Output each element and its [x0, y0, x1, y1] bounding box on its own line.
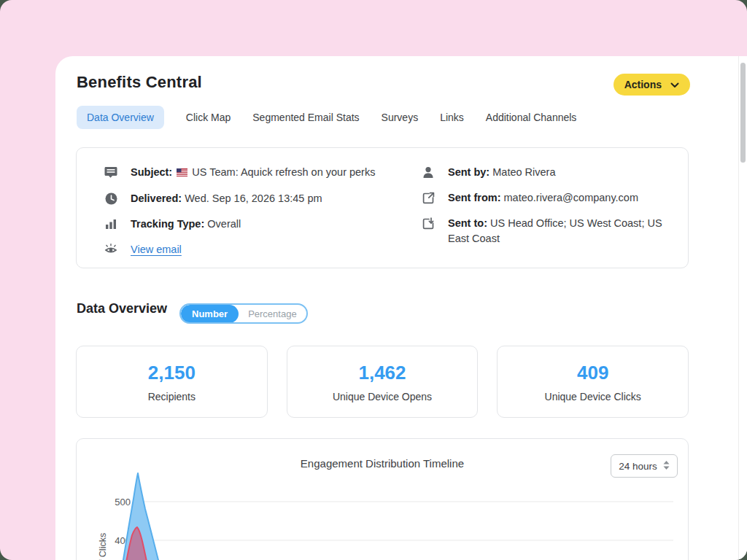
opens-area	[119, 473, 177, 560]
number-percentage-toggle: Number Percentage	[179, 303, 308, 324]
tracking-type-label: Tracking Type:	[131, 218, 204, 230]
y-tick-500: 500	[115, 497, 131, 508]
select-spinner-icon	[663, 461, 670, 472]
sent-to-text: Sent to: US Head Office; US West Coast; …	[448, 216, 673, 246]
subject-row: Subject: US Team: Aquick refresh on your…	[104, 165, 421, 181]
delivered-text: Delivered: Wed. Sep 16, 2026 13:45 pm	[131, 191, 322, 206]
sent-by-row: Sent by: Mateo Rivera	[421, 165, 673, 180]
sent-to-row: Sent to: US Head Office; US West Coast; …	[421, 216, 673, 246]
page-title: Benefits Central	[77, 73, 202, 92]
tab-segmented-email-stats[interactable]: Segmented Email Stats	[252, 106, 359, 129]
stat-label: Unique Device Clicks	[545, 391, 641, 402]
tab-surveys[interactable]: Surveys	[382, 106, 419, 129]
view-email-text: View email	[131, 242, 182, 257]
chevron-down-icon	[670, 79, 679, 90]
tracking-type-text: Tracking Type: Overall	[131, 217, 241, 232]
chart-title: Engagement Distribution Timeline	[77, 457, 688, 470]
eye-icon	[104, 242, 118, 257]
subject-label: Subject:	[131, 166, 172, 178]
delivered-label: Delivered:	[131, 192, 182, 204]
sent-by-label: Sent by:	[448, 166, 489, 178]
bar-chart-icon	[104, 217, 118, 231]
actions-button-label: Actions	[624, 79, 662, 90]
app-viewport: Benefits Central Actions Data Overview C…	[0, 0, 747, 560]
subject-text: Subject: US Team: Aquick refresh on your…	[131, 165, 375, 181]
scrollbar-track[interactable]	[738, 56, 747, 560]
clock-icon	[104, 191, 118, 206]
subject-value: US Team: Aquick refresh on your perks	[192, 166, 375, 178]
actions-button[interactable]: Actions	[614, 74, 690, 96]
stat-cards-row: 2,150 Recipients 1,462 Unique Device Ope…	[76, 346, 689, 418]
sent-from-text: Sent from: mateo.rivera@company.com	[448, 190, 638, 206]
chart-range-value: 24 hours	[619, 461, 657, 472]
stat-value: 2,150	[148, 362, 196, 384]
data-overview-heading: Data Overview	[77, 301, 167, 316]
tab-data-overview[interactable]: Data Overview	[77, 106, 164, 129]
message-icon	[104, 165, 118, 179]
view-email-link[interactable]: View email	[131, 244, 182, 255]
inbox-in-icon	[421, 216, 436, 230]
delivered-value: Wed. Sep 16, 2026 13:45 pm	[185, 192, 322, 204]
tracking-type-value: Overall	[207, 218, 241, 230]
share-out-icon	[421, 190, 436, 205]
stat-label: Recipients	[148, 391, 196, 402]
toggle-option-percentage[interactable]: Percentage	[239, 305, 306, 323]
engagement-area-chart: 500 400 Number of Clicks	[77, 471, 689, 560]
y-axis-title: Number of Clicks	[98, 533, 108, 560]
stat-label: Unique Device Opens	[333, 391, 432, 402]
tab-click-map[interactable]: Click Map	[186, 106, 231, 129]
sent-by-text: Sent by: Mateo Rivera	[448, 165, 555, 180]
sent-to-label: Sent to:	[448, 217, 487, 229]
stat-value: 409	[577, 362, 608, 384]
stat-value: 1,462	[358, 362, 406, 384]
main-card: Benefits Central Actions Data Overview C…	[55, 56, 747, 560]
tab-bar: Data Overview Click Map Segmented Email …	[77, 106, 576, 129]
tracking-type-row: Tracking Type: Overall	[104, 217, 421, 232]
stat-card-unique-device-clicks: 409 Unique Device Clicks	[497, 346, 689, 418]
email-info-left-column: Subject: US Team: Aquick refresh on your…	[104, 165, 421, 268]
person-icon	[421, 165, 436, 179]
view-email-row: View email	[104, 242, 421, 257]
stat-card-recipients: 2,150 Recipients	[76, 346, 268, 418]
delivered-row: Delivered: Wed. Sep 16, 2026 13:45 pm	[104, 191, 421, 206]
us-flag-icon	[177, 166, 187, 181]
stat-card-unique-device-opens: 1,462 Unique Device Opens	[287, 346, 479, 418]
email-info-panel: Subject: US Team: Aquick refresh on your…	[76, 147, 689, 268]
sent-from-value: mateo.rivera@company.com	[504, 192, 639, 203]
toggle-option-number[interactable]: Number	[181, 305, 239, 323]
tab-additional-channels[interactable]: Additional Channels	[486, 106, 577, 129]
sent-from-label: Sent from:	[448, 192, 501, 203]
tab-links[interactable]: Links	[440, 106, 464, 129]
email-info-right-column: Sent by: Mateo Rivera Sent from: mateo.r…	[421, 165, 673, 268]
engagement-chart-card: Engagement Distribution Timeline 24 hour…	[76, 438, 689, 560]
sent-by-value: Mateo Rivera	[492, 166, 555, 178]
scrollbar-thumb[interactable]	[740, 63, 746, 163]
sent-from-row: Sent from: mateo.rivera@company.com	[421, 190, 673, 206]
